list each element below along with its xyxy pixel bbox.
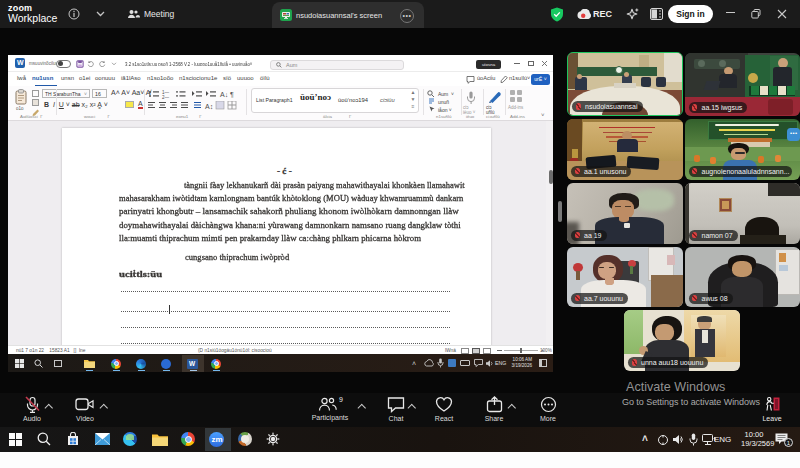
svg-text:2—: 2— [162,95,170,99]
svg-text:¶: ¶ [230,91,234,98]
svg-text:A↓: A↓ [220,91,228,98]
svg-text:A↕: A↕ [205,103,213,110]
